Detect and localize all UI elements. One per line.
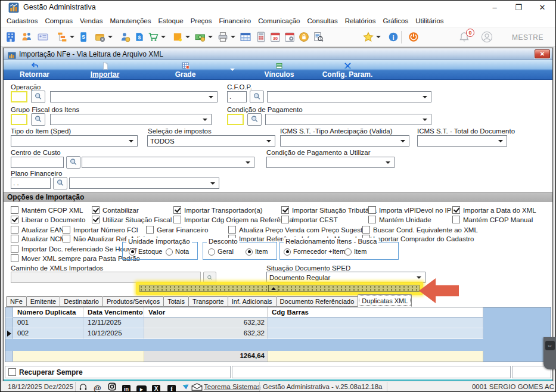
icms-tipo-dropdown[interactable] (280, 135, 409, 147)
checkbox-buscar-cond-equivalente-ao-xml[interactable]: Buscar Cond. Equivalente ao XML (362, 226, 478, 234)
checkbox-importa-vipidevol-no-ipi[interactable]: Importa vIPIDevol no IPI (368, 206, 454, 214)
cell[interactable] (268, 328, 483, 339)
tab-transporte[interactable]: Transporte (188, 296, 228, 307)
tag-dollar-icon[interactable]: $ (134, 32, 145, 42)
cart-icon[interactable] (148, 32, 159, 42)
lock-icon[interactable] (299, 32, 309, 42)
operacao-search-button[interactable] (31, 91, 45, 103)
person-coin-icon[interactable] (120, 32, 131, 42)
tab-destinatario[interactable]: Destinatario (60, 296, 103, 307)
menu-relatrios[interactable]: Relatórios (341, 16, 380, 26)
checkbox-contabilizar[interactable]: Contabilizar (92, 206, 139, 214)
money-icon[interactable] (195, 32, 206, 42)
sidebar-handle[interactable]: ⇔ (543, 337, 556, 369)
teorema-link[interactable]: Teorema Sistemas (204, 383, 260, 390)
calendar-gear-icon[interactable] (284, 32, 295, 42)
checkbox-atualiza-pre-o-venda-com-pre-o-sugest-o[interactable]: Atualiza Preço Venda com Preço Sugestão (228, 226, 370, 234)
cond-pagamento-dropdown[interactable] (265, 114, 431, 125)
youtube-icon[interactable]: ▶ (136, 382, 147, 392)
info-icon[interactable]: i (388, 32, 399, 42)
radio-fornecedor-item[interactable]: Fornecedor +Item (284, 248, 345, 256)
plano-financeiro-input[interactable]: . . (11, 178, 51, 189)
cond-pag-utilizar-dropdown[interactable] (266, 157, 395, 168)
cart-dropdown-caret[interactable] (161, 36, 166, 38)
centro-custo-dropdown[interactable] (82, 157, 254, 168)
envelope-icon[interactable] (191, 382, 203, 392)
cell[interactable]: 002 (13, 328, 83, 339)
dialog-button-grade[interactable]: Grade (157, 61, 213, 79)
checkbox-importar-transportador-a-[interactable]: Importar Transportador(a) (173, 206, 263, 214)
menu-estoque[interactable]: Estoque (155, 16, 187, 26)
box-gear-dropdown-caret[interactable] (108, 36, 113, 38)
radio-item[interactable]: Item (344, 248, 366, 256)
radio-geral[interactable]: Geral (208, 248, 234, 256)
checkbox-mant-m-cfop-manual[interactable]: Mantém CFOP Manual (452, 216, 533, 224)
user-icon[interactable] (481, 31, 493, 43)
tipo-item-dropdown[interactable] (11, 135, 138, 147)
centro-custo-search-button[interactable] (66, 156, 80, 169)
grupo-fiscal-code-input[interactable] (11, 114, 27, 125)
tri-logo-icon[interactable] (182, 382, 190, 392)
column-header-n-mero-duplicata[interactable]: Número Duplicata (13, 307, 83, 318)
menu-vendas[interactable]: Vendas (76, 16, 106, 26)
dialog-button-retornar[interactable]: Retornar (10, 61, 60, 79)
plano-financeiro-dropdown[interactable] (69, 178, 219, 189)
checkbox-importar-a-data-do-xml[interactable]: Importar a Data do XML (452, 206, 536, 214)
cell[interactable]: 001 (13, 318, 83, 328)
radio-item[interactable]: Item (246, 248, 268, 256)
splitter-collapse-button[interactable] (268, 285, 278, 292)
org-chart-dropdown-caret[interactable] (70, 36, 74, 38)
checkbox-liberar-o-documento[interactable]: Liberar o Documento (11, 216, 85, 224)
column-header-data-vencimento[interactable]: Data Vencimento (83, 307, 144, 318)
menu-preos[interactable]: Preços (187, 16, 216, 26)
box-gear-icon[interactable] (95, 32, 105, 42)
icms-total-dropdown[interactable] (417, 135, 507, 147)
menu-utilitrios[interactable]: Utilitários (412, 16, 447, 26)
cell[interactable] (268, 318, 483, 328)
close-button[interactable]: ✕ (532, 2, 552, 14)
checkbox-mant-m-unidade[interactable]: Mantém Unidade (368, 216, 431, 224)
menu-compras[interactable]: Compras (41, 16, 76, 26)
radio-nota[interactable]: Nota (166, 248, 189, 256)
org-chart-icon[interactable] (57, 32, 67, 42)
checkbox-atualizar-ncm[interactable]: Atualizar NCM (11, 235, 66, 243)
note-dropdown-caret[interactable] (185, 36, 190, 38)
cell[interactable]: 632,32 (144, 318, 268, 328)
column-header-valor[interactable]: Valor (144, 307, 268, 318)
cfop-dropdown[interactable] (267, 91, 431, 102)
plano-financeiro-search-button[interactable] (53, 177, 67, 189)
menu-financeiro[interactable]: Financeiro (216, 16, 255, 26)
radio-estoque[interactable]: Estoque (129, 248, 162, 256)
cfop-code-input[interactable]: . (227, 91, 247, 102)
table-icon[interactable] (240, 32, 251, 42)
power-icon[interactable] (408, 32, 419, 42)
splitter-bar[interactable] (139, 285, 420, 292)
instagram-icon[interactable] (108, 382, 116, 392)
calculator-icon[interactable] (256, 32, 266, 42)
checkbox-importar-cest[interactable]: Importar CEST (281, 216, 338, 224)
report-search-icon[interactable] (313, 32, 324, 42)
selecao-impostos-dropdown[interactable]: TODOS (147, 135, 275, 147)
note-icon[interactable] (172, 32, 183, 42)
menu-consultas[interactable]: Consultas (304, 16, 341, 26)
dialog-button-vnculos[interactable]: Vínculos (254, 61, 305, 79)
dialog-close-button[interactable]: ✕ (535, 49, 550, 58)
tab-inf-adicionais[interactable]: Inf. Adicionais (228, 296, 277, 307)
money-dropdown-caret[interactable] (208, 36, 213, 38)
tag-s-icon[interactable]: S (78, 32, 89, 42)
cfop-search-button[interactable] (250, 91, 264, 103)
grade-dropdown-caret[interactable] (230, 69, 235, 71)
at-icon[interactable]: @ (94, 382, 101, 392)
menu-comunicao[interactable]: Comunicação (254, 16, 303, 26)
x-icon[interactable]: X (152, 382, 160, 392)
checkbox-mover-xml-sempre-para-pasta-padr-o[interactable]: Mover XML sempre para Pasta Padrão (11, 254, 140, 263)
tab-emitente[interactable]: Emitente (26, 296, 60, 307)
checkbox-importar-n-mero-fci[interactable]: Importar Número FCI (63, 226, 138, 234)
grupo-fiscal-dropdown[interactable] (50, 114, 212, 125)
star-dropdown-caret[interactable] (376, 36, 381, 38)
tab-totais[interactable]: Totais (163, 296, 189, 307)
cell[interactable]: 632,32 (144, 328, 268, 339)
cond-pagamento-search-button[interactable] (247, 113, 262, 126)
dialog-button-importar[interactable]: Importar (78, 61, 132, 79)
operacao-code-input[interactable] (11, 91, 27, 102)
